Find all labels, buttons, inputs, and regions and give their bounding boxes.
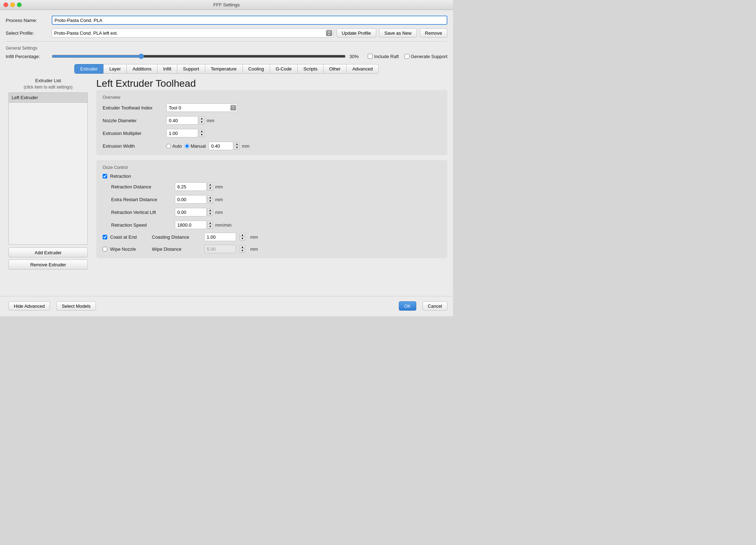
extrusion-multiplier-label: Extrusion Multiplier [103, 131, 166, 136]
add-extruder-button[interactable]: Add Extruder [8, 248, 88, 257]
extruder-panel: Extruder List (click item to edit settin… [6, 78, 91, 290]
generate-support-checkbox[interactable] [405, 54, 410, 59]
retraction-distance-up[interactable]: ▲ [207, 183, 213, 187]
tab-scripts[interactable]: Scripts [297, 64, 323, 74]
tab-additions[interactable]: Additions [126, 64, 157, 74]
retraction-label[interactable]: Retraction [110, 174, 131, 179]
retraction-vertical-lift-up[interactable]: ▲ [207, 208, 213, 212]
minimize-button[interactable] [10, 2, 15, 7]
tabs-section: Extruder Layer Additions Infill Support … [6, 64, 447, 290]
tab-gcode[interactable]: G-Code [270, 64, 298, 74]
extrusion-multiplier-stepper: ▲ ▼ [199, 129, 205, 137]
extrusion-width-up[interactable]: ▲ [234, 142, 240, 146]
update-profile-button[interactable]: Update Profile [337, 28, 376, 38]
extruder-item-left[interactable]: Left Extruder [9, 93, 87, 103]
extruder-list-title: Extruder List [8, 78, 88, 83]
toolhead-index-row: Extruder Toolhead Index Tool 0 Tool 1 [103, 103, 441, 112]
retraction-vertical-lift-label: Retraction Vertical Lift [111, 210, 175, 215]
retraction-vertical-lift-input[interactable] [175, 208, 207, 216]
ok-button[interactable]: OK [399, 301, 416, 311]
retraction-vertical-lift-down[interactable]: ▼ [207, 212, 213, 216]
retraction-distance-input[interactable] [175, 182, 207, 191]
overview-label: Overview [103, 95, 441, 100]
extrusion-width-label: Extrusion Width [103, 143, 166, 149]
extrusion-multiplier-up[interactable]: ▲ [199, 129, 205, 133]
nozzle-diameter-down[interactable]: ▼ [199, 120, 205, 124]
hide-advanced-button[interactable]: Hide Advanced [8, 301, 50, 311]
extrusion-width-input[interactable] [208, 142, 233, 150]
retraction-speed-input[interactable] [175, 221, 207, 229]
tab-layer[interactable]: Layer [103, 64, 127, 74]
extra-restart-up[interactable]: ▲ [207, 195, 213, 199]
toolhead-index-select[interactable]: Tool 0 Tool 1 [166, 103, 237, 112]
remove-button[interactable]: Remove [420, 28, 447, 38]
coasting-distance-unit: mm [250, 234, 258, 240]
wipe-distance-down[interactable]: ▼ [240, 249, 245, 253]
profile-select[interactable]: Proto-Pasta Cond. PLA left ext. [52, 28, 334, 38]
tab-temperature[interactable]: Temperature [205, 64, 242, 74]
extrusion-multiplier-input[interactable] [166, 129, 198, 137]
extrusion-width-manual-radio[interactable] [185, 144, 189, 148]
extrusion-width-manual-label[interactable]: Manual [185, 143, 206, 149]
process-name-label: Process Name: [6, 18, 52, 23]
nozzle-diameter-input[interactable] [166, 116, 198, 125]
extrusion-width-auto-label[interactable]: Auto [166, 143, 182, 149]
coasting-distance-down[interactable]: ▼ [240, 237, 245, 241]
extra-restart-row: Extra Restart Distance ▲ ▼ mm [111, 195, 441, 204]
extrusion-multiplier-down[interactable]: ▼ [199, 133, 205, 137]
retraction-distance-unit: mm [215, 184, 223, 189]
general-settings-label: General Settings [6, 46, 447, 51]
select-models-button[interactable]: Select Models [56, 301, 96, 311]
maximize-button[interactable] [17, 2, 22, 7]
nozzle-diameter-up[interactable]: ▲ [199, 117, 205, 120]
retraction-distance-label: Retraction Distance [111, 184, 175, 189]
extrusion-width-auto-radio[interactable] [166, 144, 171, 148]
wipe-nozzle-row: Wipe Nozzle Wipe Distance ▲ ▼ mm [103, 245, 441, 253]
infill-label: Infill Percentage: [6, 54, 52, 59]
tab-extruder[interactable]: Extruder [74, 64, 103, 74]
retraction-distance-down[interactable]: ▼ [207, 187, 213, 191]
wipe-distance-unit: mm [250, 246, 258, 252]
retraction-checkbox[interactable] [103, 174, 107, 178]
cancel-button[interactable]: Cancel [423, 301, 447, 311]
wipe-distance-stepper: ▲ ▼ [240, 245, 245, 253]
slider-container: 30% [52, 53, 362, 59]
wipe-distance-input[interactable] [204, 245, 236, 253]
process-name-input[interactable] [52, 16, 447, 25]
close-button[interactable] [4, 2, 8, 7]
coasting-distance-stepper: ▲ ▼ [240, 233, 245, 241]
extrusion-width-row: Extrusion Width Auto Manual [103, 142, 441, 150]
tab-support[interactable]: Support [177, 64, 205, 74]
bottom-right: OK Cancel [396, 301, 447, 311]
ooze-control-label: Ooze Control [103, 165, 441, 170]
include-raft-checkbox[interactable] [368, 54, 373, 59]
coast-at-end-label[interactable]: Coast at End [110, 234, 149, 240]
tab-advanced[interactable]: Advanced [346, 64, 379, 74]
extra-restart-down[interactable]: ▼ [207, 199, 213, 203]
coast-at-end-row: Coast at End Coasting Distance ▲ ▼ mm [103, 233, 441, 241]
coast-at-end-checkbox[interactable] [103, 235, 107, 239]
retraction-speed-up[interactable]: ▲ [207, 221, 213, 225]
retraction-header: Retraction [103, 174, 441, 179]
include-raft-label[interactable]: Include Raft [374, 54, 399, 59]
retraction-fields: Retraction Distance ▲ ▼ mm Extra Restart… [111, 182, 441, 229]
wipe-distance-up[interactable]: ▲ [240, 245, 245, 249]
infill-slider[interactable] [52, 53, 346, 59]
coasting-distance-up[interactable]: ▲ [240, 233, 245, 237]
extra-restart-input[interactable] [175, 195, 207, 204]
retraction-vertical-lift-row: Retraction Vertical Lift ▲ ▼ mm [111, 208, 441, 216]
extrusion-multiplier-row: Extrusion Multiplier ▲ ▼ [103, 129, 441, 137]
tab-infill[interactable]: Infill [157, 64, 177, 74]
generate-support-label[interactable]: Generate Support [411, 54, 447, 59]
tab-other[interactable]: Other [323, 64, 346, 74]
extrusion-width-down[interactable]: ▼ [234, 146, 240, 150]
coasting-distance-input[interactable] [204, 233, 236, 241]
nozzle-diameter-unit: mm [207, 118, 214, 123]
tab-cooling[interactable]: Cooling [242, 64, 270, 74]
remove-extruder-button[interactable]: Remove Extruder [8, 260, 88, 269]
detail-panel: Left Extruder Toolhead Overview Extruder… [91, 78, 447, 290]
save-as-new-button[interactable]: Save as New [379, 28, 417, 38]
wipe-nozzle-checkbox[interactable] [103, 247, 107, 251]
wipe-nozzle-label[interactable]: Wipe Nozzle [110, 246, 149, 252]
retraction-speed-down[interactable]: ▼ [207, 225, 213, 229]
